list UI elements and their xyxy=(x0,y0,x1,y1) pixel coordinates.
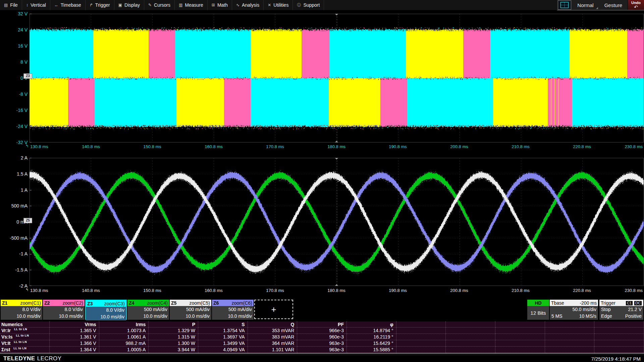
file-icon: ▤ xyxy=(4,3,8,7)
display-mode-button[interactable]: Normal xyxy=(572,0,599,10)
menu-analysis[interactable]: ∿Analysis xyxy=(232,0,264,10)
cursors-icon: ✎ xyxy=(148,3,152,7)
analysis-icon: ∿ xyxy=(236,3,239,7)
undo-arrow-icon: ↶ xyxy=(634,5,638,9)
row-label: ΣrstLL to LN xyxy=(0,347,50,353)
math-icon: ⊞ xyxy=(212,3,215,7)
menu-math[interactable]: ⊞Math xyxy=(208,0,232,10)
hd-mode-box[interactable]: HD 12 Bits xyxy=(527,300,549,320)
datetime-display: 7/25/2019 4:18:47 PM xyxy=(591,356,641,362)
z3-zero-marker[interactable]: Z3 xyxy=(23,73,32,79)
menu-vertical[interactable]: ↕Vertical xyxy=(22,0,50,10)
menu-right-controls: Normal Gesture Undo ↶ xyxy=(557,0,644,10)
gesture-button[interactable]: Gesture xyxy=(599,0,628,10)
undo-button[interactable]: Undo ↶ xyxy=(628,0,644,10)
col-phi: φ xyxy=(347,321,396,327)
add-trace-button[interactable]: + xyxy=(254,300,293,319)
col-q: Q xyxy=(248,321,298,327)
display-icon: ▣ xyxy=(118,3,122,7)
teledyne-lecroy-logo: TELEDYNELECROY xyxy=(3,355,62,362)
trigger-coupling-badge: DC xyxy=(634,301,642,306)
col-p: P xyxy=(149,321,198,327)
timebase-icon: ↔ xyxy=(54,3,58,7)
col-pf: PF xyxy=(297,321,347,327)
pretrigger-arrow-icon: ↰ xyxy=(25,144,29,148)
menu-trigger[interactable]: ↱Trigger xyxy=(86,0,114,10)
grid-display-icon xyxy=(560,2,569,8)
support-icon: ⓘ xyxy=(297,2,301,8)
trigger-source-badge: C1 xyxy=(626,301,633,306)
chevron-corner-icon xyxy=(596,7,598,9)
oscilloscope-screen: ▤File ↕Vertical ↔Timebase ↱Trigger ▣Disp… xyxy=(0,0,644,362)
channel-descriptor-z4[interactable]: Z4zoom(C4) 500 mA/div10.0 ms/div xyxy=(127,300,169,320)
row-label: Vr:IrLL to LN xyxy=(0,327,50,334)
measure-icon: ▥ xyxy=(179,3,182,7)
channel-descriptor-z5[interactable]: Z5zoom(C5) 500 mA/div10.0 ms/div xyxy=(170,300,211,320)
numerics-title: Numerics xyxy=(0,321,50,327)
voltage-waveform-grid[interactable] xyxy=(30,14,644,142)
menu-utilities[interactable]: ✕Utilities xyxy=(264,0,293,10)
menu-bar: ▤File ↕Vertical ↔Timebase ↱Trigger ▣Disp… xyxy=(0,0,644,10)
trigger-box[interactable]: Trigger C1DC Stop21.2 V EdgePositive xyxy=(599,300,643,320)
grid-style-button[interactable] xyxy=(558,0,571,10)
z5-zero-marker[interactable]: Z5 xyxy=(23,218,32,223)
vertical-icon: ↕ xyxy=(26,3,28,7)
row-label: Vt:ItLL to LN xyxy=(0,340,50,347)
pretrigger-arrow-icon: ↰ xyxy=(25,288,29,292)
menu-file[interactable]: ▤File xyxy=(0,0,22,10)
trigger-icon: ↱ xyxy=(90,3,93,7)
menu-timebase[interactable]: ↔Timebase xyxy=(50,0,86,10)
menu-cursors[interactable]: ✎Cursors xyxy=(144,0,175,10)
channel-descriptor-z2[interactable]: Z2zoom(C2) 8.0 V/div10.0 ms/div xyxy=(43,300,85,320)
utilities-icon: ✕ xyxy=(268,3,271,7)
current-waveform-grid[interactable] xyxy=(30,158,644,286)
channel-descriptor-z1[interactable]: Z1zoom(C1) 8.0 V/div10.0 ms/div xyxy=(1,300,42,320)
col-s: S xyxy=(198,321,248,327)
col-vrms: Vrms xyxy=(50,321,99,327)
channel-descriptor-z6[interactable]: Z6zoom(C6) 500 mA/div10.0 ms/div xyxy=(212,300,254,320)
row-label: Vs:IsLL to LN xyxy=(0,334,50,340)
menu-measure[interactable]: ▥Measure xyxy=(175,0,208,10)
col-irms: Irms xyxy=(99,321,149,327)
channel-descriptor-z3[interactable]: Z3zoom(C3) 8.0 V/div10.0 ms/div xyxy=(85,300,127,320)
menu-display[interactable]: ▣Display xyxy=(114,0,144,10)
timebase-box[interactable]: Tbase-200 ms 50.0 ms/div 5 MS10 MS/s xyxy=(550,300,598,320)
numerics-table[interactable]: Numerics Vrms Irms P S Q PF φ Vr:IrLL to… xyxy=(0,321,644,354)
status-bar: TELEDYNELECROY 7/25/2019 4:18:47 PM xyxy=(0,355,644,362)
menu-support[interactable]: ⓘSupport xyxy=(293,0,324,10)
